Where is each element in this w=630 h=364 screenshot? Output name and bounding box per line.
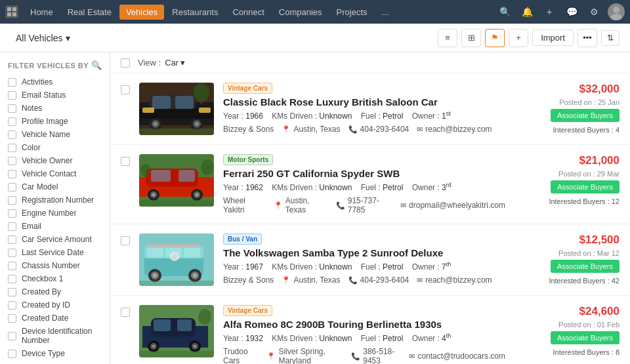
- car-phone[interactable]: 📞 915-737-7785: [336, 196, 392, 214]
- sidebar-filter-item[interactable]: Car Service Amount: [0, 233, 110, 246]
- seller-name[interactable]: Trudoo Cars: [223, 347, 259, 364]
- filter-checkbox[interactable]: [8, 78, 16, 87]
- car-email[interactable]: ✉ reach@bizzey.com: [417, 275, 492, 285]
- car-checkbox[interactable]: [121, 157, 130, 166]
- filter-checkbox[interactable]: [8, 275, 16, 283]
- sidebar-filter-item[interactable]: Email Status: [0, 89, 110, 102]
- add-icon[interactable]: +: [541, 3, 558, 20]
- sidebar-filter-item[interactable]: Notes: [0, 102, 110, 115]
- filter-checkbox[interactable]: [8, 131, 16, 139]
- filter-icon[interactable]: ⚑: [485, 29, 505, 47]
- car-title[interactable]: Alfa Romeo 8C 2900B Touring Berlinetta 1…: [223, 319, 505, 330]
- filter-checkbox[interactable]: [8, 157, 16, 165]
- nav-connect[interactable]: Connect: [226, 5, 270, 20]
- sidebar-filter-item[interactable]: Created by ID: [0, 298, 110, 312]
- car-checkbox[interactable]: [121, 308, 130, 317]
- car-email[interactable]: ✉ dropmail@wheelyakitri.com: [400, 201, 505, 210]
- sidebar-filter-item[interactable]: Engine Number: [0, 207, 110, 220]
- email-address: contact@trudoocars.com: [417, 352, 505, 361]
- filter-checkbox[interactable]: [8, 222, 16, 231]
- sidebar-filter-item[interactable]: Car Model: [0, 180, 110, 193]
- filter-checkbox[interactable]: [8, 262, 16, 270]
- seller-name[interactable]: Bizzey & Sons: [223, 275, 274, 285]
- associate-buyers-button[interactable]: Associate Buyers: [551, 109, 620, 122]
- car-checkbox[interactable]: [121, 85, 130, 94]
- nav-restaurants[interactable]: Restaurants: [165, 5, 224, 20]
- sidebar-filter-item[interactable]: Device Type: [0, 347, 110, 360]
- phone-icon: 📞: [351, 352, 360, 361]
- sidebar-filter-item[interactable]: Created By: [0, 285, 110, 298]
- sidebar-filter-item[interactable]: Activities: [0, 75, 110, 89]
- filter-checkbox[interactable]: [8, 209, 16, 218]
- svg-rect-34: [139, 200, 214, 207]
- select-all-checkbox[interactable]: [121, 58, 130, 68]
- list-view-icon[interactable]: ≡: [438, 29, 457, 47]
- sidebar-search-icon[interactable]: 🔍: [91, 60, 102, 70]
- sidebar-filter-item[interactable]: Vehicle Name: [0, 128, 110, 141]
- filter-label: Created by ID: [22, 300, 70, 310]
- sidebar-filter-item[interactable]: Color: [0, 141, 110, 154]
- email-icon: ✉: [417, 276, 423, 285]
- seller-name[interactable]: Bizzey & Sons: [223, 125, 274, 134]
- nav-companies[interactable]: Companies: [272, 5, 329, 20]
- car-title[interactable]: Classic Black Rose Luxury British Saloon…: [223, 96, 505, 108]
- chat-icon[interactable]: 💬: [563, 3, 580, 20]
- sidebar-filter-item[interactable]: Chassis Number: [0, 259, 110, 272]
- nav-more[interactable]: ...: [375, 5, 396, 20]
- sidebar-filter-item[interactable]: Created Date: [0, 312, 110, 325]
- sort-button[interactable]: ⇅: [601, 30, 620, 46]
- user-avatar[interactable]: [608, 3, 625, 20]
- notification-icon[interactable]: 🔔: [518, 3, 536, 20]
- sidebar-filter-item[interactable]: Device Identification Number: [0, 325, 110, 347]
- nav-projects[interactable]: Projects: [330, 5, 374, 20]
- nav-real-estate[interactable]: Real Estate: [61, 5, 118, 20]
- filter-checkbox[interactable]: [8, 170, 16, 178]
- car-checkbox[interactable]: [121, 236, 130, 245]
- sidebar-filter-item[interactable]: Registration Number: [0, 193, 110, 207]
- filter-checkbox[interactable]: [8, 91, 16, 100]
- import-button[interactable]: Import: [532, 30, 574, 46]
- car-phone[interactable]: 📞 404-293-6404: [348, 275, 410, 285]
- filter-checkbox[interactable]: [8, 301, 16, 310]
- sidebar-filter-item[interactable]: Email: [0, 220, 110, 233]
- car-title[interactable]: Ferrari 250 GT California Spyder SWB: [223, 168, 505, 179]
- add-entry-icon[interactable]: +: [509, 29, 528, 47]
- sidebar-filter-item[interactable]: Checkbox 1: [0, 272, 110, 285]
- seller-label: Bizzey & Sons: [223, 125, 274, 134]
- sidebar-filter-item[interactable]: Profile Image: [0, 115, 110, 128]
- toolbar-more-button[interactable]: •••: [578, 29, 597, 47]
- car-title[interactable]: The Volkswagen Samba Type 2 Sunroof Delu…: [223, 247, 505, 258]
- filter-checkbox[interactable]: [8, 288, 16, 296]
- seller-name[interactable]: Wheel Yakitri: [223, 196, 266, 214]
- sidebar-filter-item[interactable]: Vehicle Contact: [0, 167, 110, 180]
- sidebar-filter-item[interactable]: Last Service Date: [0, 246, 110, 259]
- filter-checkbox[interactable]: [8, 314, 16, 323]
- app-logo[interactable]: [5, 5, 18, 18]
- filter-checkbox[interactable]: [8, 332, 16, 340]
- settings-icon[interactable]: ⚙: [585, 3, 602, 20]
- car-email[interactable]: ✉ contact@trudoocars.com: [409, 352, 505, 361]
- view-dropdown[interactable]: Car ▾: [165, 58, 185, 68]
- car-phone[interactable]: 📞 386-518-9453: [351, 347, 401, 364]
- filter-checkbox[interactable]: [8, 183, 16, 192]
- filter-checkbox[interactable]: [8, 144, 16, 152]
- search-icon[interactable]: 🔍: [496, 3, 513, 20]
- associate-buyers-button[interactable]: Associate Buyers: [551, 180, 620, 193]
- svg-point-4: [613, 7, 620, 13]
- filter-label: Profile Image: [22, 117, 68, 126]
- filter-checkbox[interactable]: [8, 235, 16, 244]
- car-email[interactable]: ✉ reach@bizzey.com: [417, 125, 492, 134]
- nav-home[interactable]: Home: [24, 5, 60, 20]
- sidebar-filter-item[interactable]: Vehicle Owner: [0, 154, 110, 167]
- all-vehicles-dropdown[interactable]: All Vehicles ▾: [10, 30, 75, 46]
- filter-checkbox[interactable]: [8, 350, 16, 358]
- filter-checkbox[interactable]: [8, 196, 16, 205]
- filter-checkbox[interactable]: [8, 104, 16, 113]
- car-phone[interactable]: 📞 404-293-6404: [348, 125, 410, 134]
- filter-checkbox[interactable]: [8, 117, 16, 126]
- grid-view-icon[interactable]: ⊞: [461, 29, 481, 47]
- nav-vehicles[interactable]: Vehicles: [119, 5, 164, 20]
- associate-buyers-button[interactable]: Associate Buyers: [551, 260, 620, 273]
- filter-checkbox[interactable]: [8, 249, 16, 257]
- associate-buyers-button[interactable]: Associate Buyers: [551, 331, 620, 344]
